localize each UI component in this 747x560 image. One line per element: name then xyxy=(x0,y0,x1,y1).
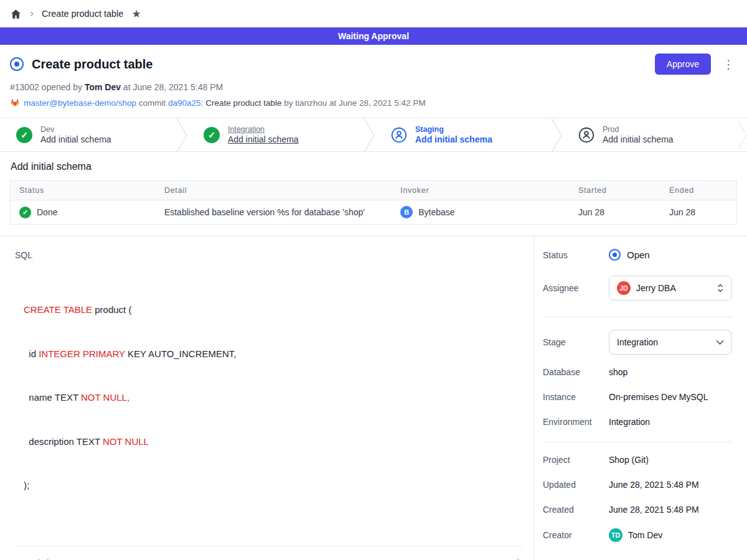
sql-line: id INTEGER PRIMARY KEY AUTO_INCREMENT, xyxy=(24,347,522,362)
stage-label: Stage xyxy=(543,337,609,347)
status-open-icon xyxy=(609,249,621,261)
stage-done-check-icon: ✓ xyxy=(204,127,220,143)
breadcrumb: › Create product table ★ xyxy=(0,0,747,27)
invoker-avatar: B xyxy=(400,206,413,218)
chevron-down-icon xyxy=(716,340,724,345)
status-label: Status xyxy=(543,250,609,260)
issue-timestamp: at June 28, 2021 5:48 PM xyxy=(121,82,223,92)
stage-done-check-icon: ✓ xyxy=(16,127,32,143)
commit-meta: by tianzhou at June 28, 2021 5:42 PM xyxy=(281,98,425,108)
updated-label: Updated xyxy=(543,480,609,490)
issue-open-status-icon xyxy=(10,57,24,71)
sidebar-divider xyxy=(543,317,732,317)
stage-select[interactable]: Integration xyxy=(609,330,732,355)
approval-banner: Waiting Approval xyxy=(0,27,747,45)
sql-line: CREATE TABLE product ( xyxy=(24,302,522,317)
stage-separator-chevron xyxy=(176,118,187,151)
issue-main-panel: SQL CREATE TABLE product ( id INTEGER PR… xyxy=(0,236,534,560)
commit-separator: : xyxy=(201,98,206,108)
approve-button[interactable]: Approve xyxy=(655,54,711,75)
stage-value: Integration xyxy=(617,337,710,347)
stage-env-label: Dev xyxy=(40,125,111,134)
assignee-avatar: JD xyxy=(617,281,631,295)
gitlab-icon xyxy=(10,98,20,110)
edit-description-button[interactable] xyxy=(509,557,522,560)
issue-header: Create product table Approve ⋮ #13002 op… xyxy=(0,45,747,118)
home-icon[interactable] xyxy=(10,8,22,20)
stage-integration[interactable]: ✓ Integration Add initial schema xyxy=(187,118,364,151)
task-section: Add initial schema Status Detail Invoker… xyxy=(0,152,747,236)
column-header-ended: Ended xyxy=(660,181,737,200)
stage-prod[interactable]: Prod Add initial schema xyxy=(562,118,738,151)
issue-sidebar: Status Open Assignee JD Jerry DBA Stage … xyxy=(534,236,747,560)
task-table-header-row: Status Detail Invoker Started Ended xyxy=(11,181,737,200)
column-header-invoker: Invoker xyxy=(392,181,570,200)
project-label: Project xyxy=(543,455,609,465)
database-value: shop xyxy=(609,367,732,377)
creator-label: Creator xyxy=(543,530,609,540)
task-ended-date: Jun 28 xyxy=(660,200,737,225)
commit-line: master@bytebase-demo/shop commit da90a25… xyxy=(10,98,737,110)
stage-env-label: Prod xyxy=(603,125,674,134)
status-value: Open xyxy=(627,250,650,260)
task-table: Status Detail Invoker Started Ended ✓ Do… xyxy=(10,180,737,225)
stage-task-label: Add initial schema xyxy=(415,134,492,144)
breadcrumb-current-page: Create product table xyxy=(42,9,123,19)
stage-staging[interactable]: Staging Add initial schema xyxy=(375,118,551,151)
instance-value: On-premises Dev MySQL xyxy=(609,392,732,402)
creator-avatar: TD xyxy=(609,528,622,542)
created-label: Created xyxy=(543,505,609,515)
updated-value: June 28, 2021 5:48 PM xyxy=(609,480,732,490)
stage-task-label: Add initial schema xyxy=(40,134,111,144)
stage-env-label: Staging xyxy=(415,125,492,134)
issue-id-opened-by: #13002 opened by xyxy=(10,82,85,92)
stage-separator-chevron xyxy=(551,118,562,151)
invoker-name: Bytebase xyxy=(418,207,454,217)
task-detail-text: Established baseline version %s for data… xyxy=(156,200,392,225)
commit-word: commit xyxy=(136,98,168,108)
stage-pending-person-icon xyxy=(391,127,407,143)
chevron-right-icon: › xyxy=(30,7,34,19)
sidebar-divider xyxy=(543,442,732,442)
environment-value: Integration xyxy=(609,417,732,427)
stage-env-label: Integration xyxy=(228,125,299,134)
column-header-detail: Detail xyxy=(156,181,392,200)
assignee-name: Jerry DBA xyxy=(636,283,711,293)
assignee-label: Assignee xyxy=(543,283,609,293)
pipeline-stage-bar: ✓ Dev Add initial schema ✓ Integration A… xyxy=(0,118,747,152)
table-row[interactable]: ✓ Done Established baseline version %s f… xyxy=(11,200,737,225)
stage-dev[interactable]: ✓ Dev Add initial schema xyxy=(0,118,176,151)
sql-line: ); xyxy=(24,478,522,493)
task-done-check-icon: ✓ xyxy=(19,207,31,218)
sql-section-label: SQL xyxy=(15,250,522,260)
stage-task-label: Add initial schema xyxy=(228,134,299,144)
project-value: Shop (Git) xyxy=(609,455,732,465)
page-title: Create product table xyxy=(32,57,153,72)
environment-label: Environment xyxy=(543,417,609,427)
favorite-star-icon[interactable]: ★ xyxy=(131,9,141,19)
task-status-text: Done xyxy=(37,207,57,217)
commit-repo-link[interactable]: master@bytebase-demo/shop xyxy=(24,98,136,108)
created-value: June 28, 2021 5:48 PM xyxy=(609,505,732,515)
section-divider xyxy=(15,546,522,546)
sql-code-block: CREATE TABLE product ( id INTEGER PRIMAR… xyxy=(24,273,522,522)
instance-label: Instance xyxy=(543,392,609,402)
sql-line: description TEXT NOT NULL xyxy=(24,434,522,449)
task-section-title: Add initial schema xyxy=(11,161,737,172)
column-header-status: Status xyxy=(11,181,156,200)
issue-meta-line: #13002 opened by Tom Dev at June 28, 202… xyxy=(10,82,737,92)
commit-hash-link[interactable]: da90a25 xyxy=(168,98,201,108)
chevron-updown-icon xyxy=(716,284,724,292)
task-started-date: Jun 28 xyxy=(570,200,660,225)
commit-message: Create product table xyxy=(205,98,281,108)
issue-author: Tom Dev xyxy=(85,82,121,92)
kebab-menu-icon[interactable]: ⋮ xyxy=(720,57,737,72)
database-label: Database xyxy=(543,367,609,377)
assignee-select[interactable]: JD Jerry DBA xyxy=(609,276,732,301)
column-header-started: Started xyxy=(570,181,660,200)
creator-name: Tom Dev xyxy=(628,530,662,540)
sql-line: name TEXT NOT NULL, xyxy=(24,390,522,405)
stage-separator-chevron xyxy=(364,118,375,151)
stage-task-label: Add initial schema xyxy=(603,134,674,144)
stage-pending-person-icon xyxy=(578,127,594,143)
